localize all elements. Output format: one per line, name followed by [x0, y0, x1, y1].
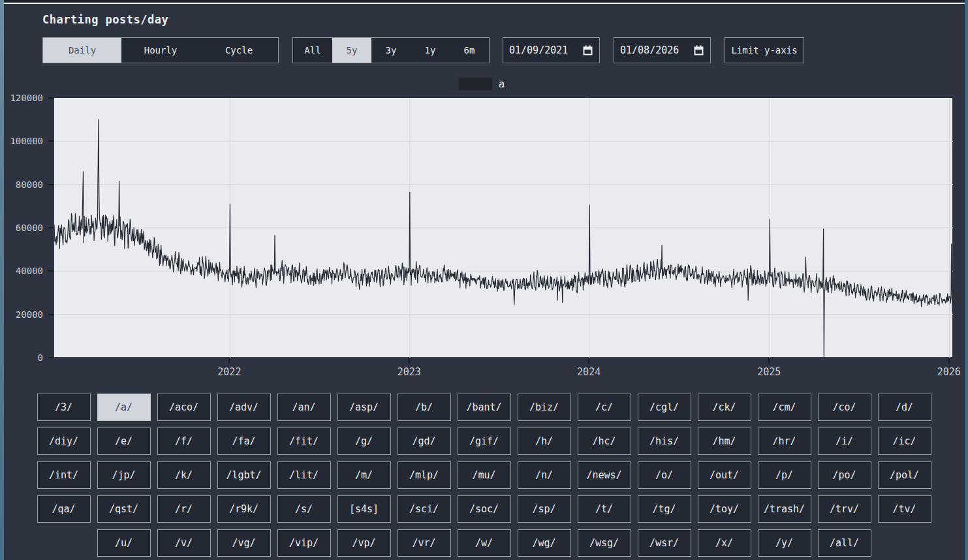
- board-button-m[interactable]: /m/: [337, 461, 391, 489]
- board-button-f[interactable]: /f/: [157, 428, 211, 455]
- board-button-trv[interactable]: /trv/: [818, 495, 871, 523]
- board-button-news[interactable]: /news/: [578, 461, 631, 489]
- date-to-input[interactable]: 01/08/2026: [614, 37, 711, 63]
- board-button-an[interactable]: /an/: [277, 394, 331, 421]
- board-button-c[interactable]: /c/: [578, 394, 631, 421]
- board-button-hr[interactable]: /hr/: [758, 428, 811, 455]
- board-button-his[interactable]: /his/: [638, 428, 691, 455]
- view-mode-button-hourly[interactable]: Hourly: [121, 38, 200, 63]
- board-button-r9k[interactable]: /r9k/: [217, 495, 271, 523]
- range-button-6m[interactable]: 6m: [450, 38, 489, 63]
- board-button-vip[interactable]: /vip/: [277, 529, 331, 557]
- board-button-s4s[interactable]: [s4s]: [337, 495, 391, 523]
- calendar-icon[interactable]: [583, 45, 593, 55]
- board-button-wg[interactable]: /wg/: [518, 529, 571, 557]
- range-button-3y[interactable]: 3y: [371, 38, 411, 63]
- board-button-soc[interactable]: /soc/: [458, 495, 511, 523]
- board-button-int[interactable]: /int/: [37, 461, 91, 489]
- board-button-co[interactable]: /co/: [818, 394, 871, 421]
- board-button-gif[interactable]: /gif/: [458, 428, 511, 455]
- view-mode-group: DailyHourlyCycle: [42, 37, 279, 63]
- board-button-wsr[interactable]: /wsr/: [638, 529, 691, 557]
- board-button-po[interactable]: /po/: [818, 461, 871, 489]
- board-button-i[interactable]: /i/: [818, 428, 871, 455]
- board-button-k[interactable]: /k/: [157, 461, 211, 489]
- board-button-g[interactable]: /g/: [337, 428, 391, 455]
- board-button-vr[interactable]: /vr/: [398, 529, 451, 557]
- y-axis-tick-label: 0: [0, 352, 48, 364]
- board-button-e[interactable]: /e/: [97, 428, 151, 455]
- board-button-o[interactable]: /o/: [638, 461, 691, 489]
- y-axis-tick-mark: [48, 357, 54, 358]
- y-axis-tick-mark: [48, 270, 54, 272]
- board-button-hm[interactable]: /hm/: [698, 428, 751, 455]
- view-mode-button-daily[interactable]: Daily: [43, 38, 121, 63]
- x-axis-tick-label: 2024: [566, 366, 612, 379]
- x-axis-tick-mark: [409, 358, 410, 364]
- board-button-jp[interactable]: /jp/: [97, 461, 151, 489]
- date-from-input[interactable]: 01/09/2021: [503, 37, 600, 63]
- x-axis-tick-label: 2025: [746, 366, 792, 379]
- board-button-h[interactable]: /h/: [518, 428, 571, 455]
- board-button-fa[interactable]: /fa/: [217, 428, 271, 455]
- board-button-cm[interactable]: /cm/: [758, 394, 811, 421]
- limit-y-axis-button[interactable]: Limit y-axis: [725, 37, 804, 63]
- x-axis-tick-label: 2022: [206, 366, 252, 379]
- board-button-all[interactable]: /all/: [818, 529, 871, 557]
- board-button-lit[interactable]: /lit/: [277, 461, 331, 489]
- board-button-adv[interactable]: /adv/: [217, 394, 271, 421]
- board-button-r[interactable]: /r/: [157, 495, 211, 523]
- board-button-ic[interactable]: /ic/: [878, 428, 931, 455]
- board-button-pol[interactable]: /pol/: [878, 461, 931, 489]
- board-button-tv[interactable]: /tv/: [878, 495, 931, 523]
- board-button-vg[interactable]: /vg/: [217, 529, 271, 557]
- chart-legend[interactable]: a: [458, 77, 505, 91]
- board-button-toy[interactable]: /toy/: [698, 495, 751, 523]
- board-button-u[interactable]: /u/: [97, 529, 151, 557]
- page-title: Charting posts/day: [42, 13, 168, 26]
- board-button-n[interactable]: /n/: [518, 461, 571, 489]
- board-button-d[interactable]: /d/: [878, 394, 931, 421]
- board-button-a[interactable]: /a/: [97, 394, 151, 421]
- board-button-qa[interactable]: /qa/: [37, 495, 91, 523]
- board-button-hc[interactable]: /hc/: [578, 428, 631, 455]
- board-button-asp[interactable]: /asp/: [337, 394, 391, 421]
- board-button-ck[interactable]: /ck/: [698, 394, 751, 421]
- board-button-b[interactable]: /b/: [398, 394, 451, 421]
- board-button-trash[interactable]: /trash/: [758, 495, 811, 523]
- board-button-sci[interactable]: /sci/: [398, 495, 451, 523]
- range-button-5y[interactable]: 5y: [332, 38, 371, 63]
- board-grid: /3//a//aco//adv//an//asp//b//bant//biz//…: [33, 394, 935, 557]
- board-button-wsg[interactable]: /wsg/: [578, 529, 631, 557]
- range-button-1y[interactable]: 1y: [411, 38, 450, 63]
- board-button-qst[interactable]: /qst/: [97, 495, 151, 523]
- board-button-diy[interactable]: /diy/: [37, 428, 91, 455]
- board-button-p[interactable]: /p/: [758, 461, 811, 489]
- board-button-v[interactable]: /v/: [157, 529, 211, 557]
- board-button-x[interactable]: /x/: [698, 529, 751, 557]
- board-button-sp[interactable]: /sp/: [518, 495, 571, 523]
- board-button-out[interactable]: /out/: [698, 461, 751, 489]
- view-mode-button-cycle[interactable]: Cycle: [200, 38, 278, 63]
- board-button-vp[interactable]: /vp/: [337, 529, 391, 557]
- board-button-t[interactable]: /t/: [578, 495, 631, 523]
- board-button-mu[interactable]: /mu/: [458, 461, 511, 489]
- board-button-y[interactable]: /y/: [758, 529, 811, 557]
- y-axis-tick-label: 120000: [0, 92, 48, 104]
- board-button-gd[interactable]: /gd/: [398, 428, 451, 455]
- board-button-aco[interactable]: /aco/: [157, 394, 211, 421]
- board-button-lgbt[interactable]: /lgbt/: [217, 461, 271, 489]
- board-button-s[interactable]: /s/: [277, 495, 331, 523]
- board-button-tg[interactable]: /tg/: [638, 495, 691, 523]
- board-button-mlp[interactable]: /mlp/: [398, 461, 451, 489]
- board-button-w[interactable]: /w/: [458, 529, 511, 557]
- range-button-all[interactable]: All: [293, 38, 332, 63]
- board-button-cgl[interactable]: /cgl/: [638, 394, 691, 421]
- calendar-icon[interactable]: [694, 45, 704, 55]
- board-button-fit[interactable]: /fit/: [277, 428, 331, 455]
- board-button-biz[interactable]: /biz/: [518, 394, 571, 421]
- chart-plot[interactable]: [54, 98, 952, 358]
- board-button-bant[interactable]: /bant/: [458, 394, 511, 421]
- board-button-3[interactable]: /3/: [37, 394, 91, 421]
- y-axis-tick-mark: [48, 227, 54, 228]
